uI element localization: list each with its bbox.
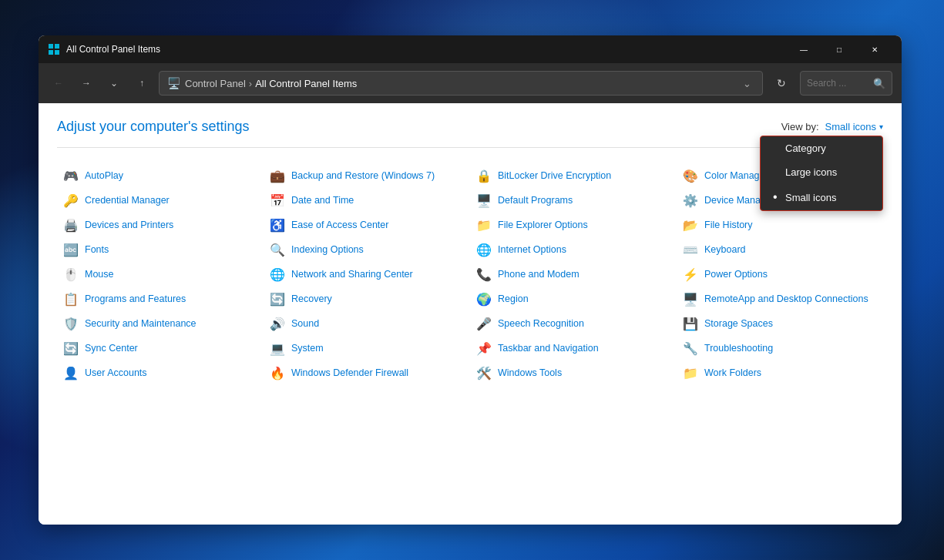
refresh-button[interactable]: ↻ — [769, 71, 794, 96]
dropdown-item-small-icons[interactable]: • Small icons — [761, 184, 882, 210]
item-icon: ⚡ — [683, 267, 698, 282]
item-label: Sound — [291, 318, 319, 329]
item-label: AutoPlay — [85, 170, 123, 181]
item-icon: 🔑 — [63, 193, 79, 208]
window-controls: — □ ✕ — [786, 35, 892, 63]
forward-button[interactable]: → — [76, 72, 97, 94]
item-label: Phone and Modem — [498, 269, 580, 280]
list-item[interactable]: 🔑 Credential Manager — [57, 188, 264, 213]
up-button[interactable]: ↑ — [131, 72, 153, 94]
window-icon — [48, 43, 60, 55]
list-item[interactable]: 🛡️ Security and Maintenance — [57, 311, 264, 336]
item-label: Ease of Access Center — [291, 220, 388, 230]
recent-locations-button[interactable]: ⌄ — [103, 72, 125, 94]
list-item[interactable]: 🔒 BitLocker Drive Encryption — [470, 163, 677, 188]
list-item[interactable]: 🎤 Speech Recognition — [470, 311, 677, 336]
list-item[interactable]: 🔄 Recovery — [264, 287, 470, 311]
item-icon: 👤 — [63, 365, 79, 381]
small-icons-bullet: • — [773, 190, 779, 204]
content-area: Adjust your computer's settings View by:… — [39, 103, 902, 525]
item-label: Backup and Restore (Windows 7) — [291, 170, 435, 181]
item-icon: 🎮 — [63, 168, 79, 183]
search-box[interactable]: 🔍 — [800, 71, 892, 96]
address-path[interactable]: 🖥️ Control Panel › All Control Panel Ite… — [159, 71, 763, 96]
list-item[interactable]: 🛠️ Windows Tools — [470, 360, 677, 385]
breadcrumb-all-items[interactable]: All Control Panel Items — [255, 78, 357, 89]
list-item[interactable]: 🌐 Internet Options — [470, 237, 677, 262]
item-label: Taskbar and Navigation — [498, 343, 599, 354]
item-label: Windows Defender Firewall — [291, 367, 408, 378]
item-icon: ⌨️ — [683, 242, 698, 257]
item-label: File History — [704, 220, 753, 230]
path-separator: › — [249, 78, 252, 89]
dropdown-item-large-icons[interactable]: Large icons — [761, 160, 882, 184]
list-item[interactable]: 🖥️ RemoteApp and Desktop Connections — [677, 287, 883, 311]
item-icon: 🔄 — [270, 291, 285, 307]
page-title: Adjust your computer's settings — [57, 119, 250, 135]
list-item[interactable]: 🔊 Sound — [264, 311, 470, 336]
address-bar: ← → ⌄ ↑ 🖥️ Control Panel › All Control P… — [39, 63, 902, 103]
dropdown-label-small-icons: Small icons — [785, 192, 836, 203]
svg-rect-3 — [55, 50, 59, 55]
item-icon: 📋 — [63, 291, 79, 307]
item-label: Storage Spaces — [704, 318, 773, 329]
list-item[interactable]: 📅 Date and Time — [264, 188, 470, 213]
list-item[interactable]: 🖨️ Devices and Printers — [57, 213, 264, 237]
path-dropdown-button[interactable]: ⌄ — [740, 78, 754, 89]
list-item[interactable]: 📋 Programs and Features — [57, 287, 264, 311]
list-item[interactable]: ⌨️ Keyboard — [677, 237, 883, 262]
list-item[interactable]: 🎮 AutoPlay — [57, 163, 264, 188]
list-item[interactable]: 🔧 Troubleshooting — [677, 336, 883, 360]
list-item[interactable]: ♿ Ease of Access Center — [264, 213, 470, 237]
minimize-button[interactable]: — — [786, 35, 821, 63]
list-item[interactable]: 🖱️ Mouse — [57, 262, 264, 287]
list-item[interactable]: 💼 Backup and Restore (Windows 7) — [264, 163, 470, 188]
list-item[interactable]: 📌 Taskbar and Navigation — [470, 336, 677, 360]
list-item[interactable]: 🌍 Region — [470, 287, 677, 311]
item-icon: 🔧 — [683, 340, 698, 356]
path-icon: 🖥️ — [167, 77, 180, 89]
maximize-button[interactable]: □ — [821, 35, 857, 63]
list-item[interactable]: 🌐 Network and Sharing Center — [264, 262, 470, 287]
item-icon: 🖥️ — [476, 193, 492, 208]
item-icon: 🎨 — [683, 168, 698, 183]
viewby-value: Small icons — [825, 121, 876, 132]
item-label: Date and Time — [291, 195, 354, 206]
list-item[interactable]: ⚡ Power Options — [677, 262, 883, 287]
list-item[interactable]: 📂 File History — [677, 213, 883, 237]
search-icon[interactable]: 🔍 — [873, 78, 885, 89]
item-label: Work Folders — [704, 367, 761, 378]
item-label: Keyboard — [704, 244, 746, 255]
item-label: Programs and Features — [85, 293, 186, 304]
item-icon: 🖨️ — [63, 217, 79, 233]
list-item[interactable]: 👤 User Accounts — [57, 360, 264, 385]
search-input[interactable] — [807, 78, 868, 89]
close-button[interactable]: ✕ — [857, 35, 892, 63]
list-item[interactable]: 📁 File Explorer Options — [470, 213, 677, 237]
item-label: Region — [498, 293, 529, 304]
item-label: Windows Tools — [498, 367, 562, 378]
dropdown-label-large-icons: Large icons — [785, 166, 837, 178]
breadcrumb-control-panel[interactable]: Control Panel — [185, 78, 246, 89]
list-item[interactable]: 🔄 Sync Center — [57, 336, 264, 360]
list-item[interactable]: 💻 System — [264, 336, 470, 360]
item-icon: 🌐 — [476, 242, 492, 257]
list-item[interactable]: 📞 Phone and Modem — [470, 262, 677, 287]
back-button[interactable]: ← — [48, 72, 69, 94]
item-label: RemoteApp and Desktop Connections — [704, 293, 868, 304]
item-icon: 🔒 — [476, 168, 492, 183]
dropdown-item-category[interactable]: Category — [761, 136, 882, 160]
list-item[interactable]: 🔤 Fonts — [57, 237, 264, 262]
item-label: Default Programs — [498, 195, 573, 206]
svg-rect-2 — [49, 50, 53, 55]
item-icon: 🖱️ — [63, 267, 79, 282]
list-item[interactable]: 🖥️ Default Programs — [470, 188, 677, 213]
list-item[interactable]: 🔍 Indexing Options — [264, 237, 470, 262]
item-icon: ♿ — [270, 217, 285, 233]
list-item[interactable]: 💾 Storage Spaces — [677, 311, 883, 336]
item-label: File Explorer Options — [498, 220, 588, 230]
list-item[interactable]: 📁 Work Folders — [677, 360, 883, 385]
item-icon: 🌍 — [476, 291, 492, 307]
list-item[interactable]: 🔥 Windows Defender Firewall — [264, 360, 470, 385]
viewby-dropdown[interactable]: Small icons ▾ Category Large icons — [825, 121, 883, 132]
